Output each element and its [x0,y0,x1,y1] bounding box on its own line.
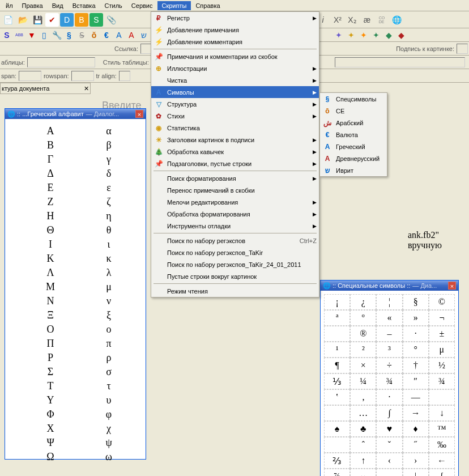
star1-icon[interactable]: ✦ [333,29,344,41]
symbol-cell[interactable]: ³ [376,342,402,358]
open-icon[interactable]: 📂 [16,13,29,27]
greek-letter[interactable]: Λ [18,266,83,279]
greek-letter[interactable]: ε [84,181,133,194]
symbol-cell[interactable]: ° [403,342,429,358]
greek-letter[interactable]: Σ [18,366,83,379]
symbol-cell[interactable]: « [376,310,402,326]
symbol-cell[interactable]: × [350,358,376,373]
star2-icon[interactable]: ✦ [346,29,357,41]
symbol-cell[interactable]: — [403,389,429,405]
sign-input[interactable] [457,44,468,54]
check-icon[interactable]: ✔ [45,13,59,27]
greek-letter[interactable]: Ψ [18,436,83,449]
menu-item[interactable]: Мелочи редактирования▶ [151,196,319,208]
symbol-cell[interactable]: ‚ [350,389,376,405]
rowspan-input[interactable] [71,71,94,81]
greek-letter[interactable]: λ [84,266,133,279]
greek-letter[interactable]: κ [84,252,133,265]
menu-item[interactable]: ◉Статистика [151,122,319,134]
symbol-cell[interactable]: μ [429,342,455,358]
menu-item[interactable]: ⚡Добавление примечания [151,24,319,36]
greek-letter[interactable]: Χ [18,422,83,435]
symbol-cell[interactable]: ‰ [429,437,455,453]
db-s-icon[interactable]: S [89,13,103,27]
greek-letter[interactable]: Μ [18,280,83,294]
ae-icon[interactable]: æ [360,13,374,27]
symbol-cell[interactable]: † [403,358,429,373]
symbol-cell[interactable]: ± [429,326,455,342]
symbol-cell[interactable]: ® [350,326,376,342]
greek-letter[interactable]: ω [84,450,133,464]
menu-item[interactable]: ŏCE [320,105,387,117]
greek-letter[interactable]: γ [84,153,133,166]
symbol-cell[interactable]: ˝ [403,437,429,453]
menu-item[interactable]: Режим чтения [151,285,319,297]
menu-item[interactable]: ☀Заголовки картинок в подписи▶ [151,134,319,146]
greek-letter[interactable]: Ω [18,450,83,464]
symbol-cell[interactable]: ⅞ [324,469,350,476]
greek-letter[interactable]: φ [84,408,133,421]
red-down-icon[interactable]: ▼ [26,29,37,41]
db-b-icon[interactable]: B [75,13,88,27]
greek-letter[interactable]: Ε [18,181,83,194]
greek-letter[interactable]: Α [18,125,83,138]
euro-icon[interactable]: € [101,29,112,41]
menu-справка[interactable]: Справка [191,1,224,10]
symbol-cell[interactable]: ¿ [350,294,376,310]
menu-item[interactable]: ₽Регистр▶ [151,12,319,24]
greek-letter[interactable]: Γ [18,153,83,166]
symbol-cell[interactable]: ¾ [429,373,455,389]
menu-item[interactable]: שИврит [320,164,387,176]
symbol-cell[interactable]: ¹ [324,342,350,358]
symbol-cell[interactable] [324,405,350,421]
symbol-cell[interactable]: ⅔ [324,453,350,469]
symbol-cell[interactable]: ∫ [376,405,402,421]
menu-item[interactable]: 📌Примечания и комментарии из скобок [151,50,319,62]
menu-item[interactable]: €Валюта [320,129,387,141]
greek-letter[interactable]: τ [84,380,133,393]
globe-icon[interactable]: 🌐 [390,13,403,27]
table-input[interactable] [27,57,95,67]
greek-letter[interactable]: Τ [18,380,83,393]
greek-letter[interactable]: Β [18,139,83,152]
menu-правка[interactable]: Правка [18,1,48,10]
symbol-cell[interactable]: ™ [429,421,455,437]
greek-letter[interactable]: β [84,139,133,152]
greek-letter[interactable]: σ [84,366,133,379]
symbol-cell[interactable]: ˆ [350,437,376,453]
symbol-cell[interactable]: ª [324,310,350,326]
symbol-cell[interactable] [429,389,455,405]
menu-item[interactable]: AСимволы▶ [151,86,319,98]
greek-letter[interactable]: Π [18,337,83,350]
o-symbol-icon[interactable]: ŏ [88,29,100,41]
menu-вид[interactable]: Вид [48,1,68,10]
symbol-cell[interactable]: ↔ [350,469,376,476]
menu-item[interactable]: Обработка форматирования▶ [151,208,319,220]
symbol-cell[interactable]: ↓ [429,405,455,421]
clip-red-icon[interactable]: ◆ [395,29,407,41]
symbol-cell[interactable]: ♥ [376,421,402,437]
menu-item[interactable]: Поиск форматирования▶ [151,172,319,184]
greek-letter[interactable]: η [84,210,133,223]
close-icon[interactable]: ✕ [84,85,89,92]
section-icon[interactable]: § [63,29,75,41]
menu-item[interactable]: AГреческий [320,141,387,152]
new-icon[interactable]: 📄 [1,13,15,27]
symbol-cell[interactable]: ↑ [350,453,376,469]
menu-item[interactable]: شАрабский [320,117,387,129]
symbol-cell[interactable]: ♣ [350,421,376,437]
symbol-cell[interactable]: { [429,469,455,476]
greek-letter[interactable]: Ν [18,295,83,308]
symbol-cell[interactable]: ½ [429,358,455,373]
greek-letter[interactable]: Ξ [18,309,83,322]
symbol-cell[interactable]: © [429,294,455,310]
greek-letter[interactable]: θ [84,224,133,237]
symbol-cell[interactable]: – [376,326,402,342]
menu-item[interactable]: Поиск по набору регэкспов_TaKir [151,246,319,258]
extra-input[interactable] [335,57,465,67]
greek-letter[interactable]: π [84,337,133,350]
greek-letter[interactable]: χ [84,422,133,435]
save-icon[interactable]: 💾 [31,13,44,27]
link-input[interactable] [140,44,152,54]
greek-letter[interactable]: ο [84,323,133,336]
